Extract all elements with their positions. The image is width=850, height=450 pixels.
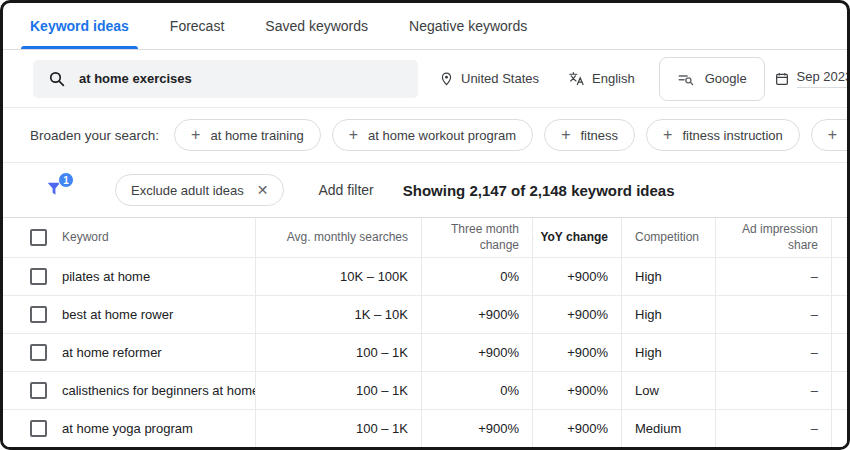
yoy-change-cell: +900% [533, 334, 622, 371]
avg-searches-cell: 100 – 1K [256, 410, 422, 447]
competition-cell: High [622, 334, 716, 371]
extra-cell [832, 410, 850, 447]
column-header-competition[interactable]: Competition [622, 218, 716, 257]
chip-label: at home training [210, 128, 303, 143]
network-selector[interactable]: Google [659, 57, 765, 101]
ad-impression-share-cell: – [716, 334, 832, 371]
tab-saved-keywords[interactable]: Saved keywords [265, 3, 368, 49]
select-all-checkbox[interactable] [30, 229, 47, 246]
plus-icon: + [191, 127, 200, 143]
table-row[interactable]: calisthenics for beginners at home 100 –… [3, 372, 847, 410]
table-row[interactable]: at home reformer 100 – 1K +900% +900% Hi… [3, 334, 847, 372]
three-month-change-cell: +900% [422, 410, 533, 447]
ad-impression-share-cell: – [716, 296, 832, 333]
keyword-cell: calisthenics for beginners at home [49, 372, 256, 409]
remove-filter-icon[interactable]: ✕ [257, 182, 269, 198]
translate-icon [568, 70, 585, 87]
row-checkbox-cell [3, 258, 49, 295]
tab-forecast[interactable]: Forecast [170, 3, 224, 49]
table-header-row: Keyword Avg. monthly searches Three mont… [3, 218, 847, 258]
keyword-planner-window: Keyword ideas Forecast Saved keywords Ne… [0, 0, 850, 450]
results-count-text: Showing 2,147 of 2,148 keyword ideas [403, 182, 675, 199]
avg-searches-cell: 100 – 1K [256, 334, 422, 371]
broaden-chip-fitness-classes[interactable]: + fitness classes [811, 119, 847, 151]
keyword-cell: best at home rower [49, 296, 256, 333]
tab-bar: Keyword ideas Forecast Saved keywords Ne… [3, 3, 847, 50]
tab-negative-keywords[interactable]: Negative keywords [409, 3, 527, 49]
column-header-three-month-change[interactable]: Three month change [422, 218, 533, 257]
row-checkbox-cell [3, 372, 49, 409]
competition-cell: Low [622, 372, 716, 409]
avg-searches-cell: 10K – 100K [256, 258, 422, 295]
ad-impression-share-cell: – [716, 258, 832, 295]
table-row[interactable]: at home yoga program 100 – 1K +900% +900… [3, 410, 847, 448]
plus-icon: + [828, 127, 837, 143]
competition-cell: Medium [622, 410, 716, 447]
avg-searches-cell: 100 – 1K [256, 372, 422, 409]
location-pin-icon [439, 71, 454, 87]
date-range-selector[interactable]: Sep 2023 – Aug [774, 69, 847, 88]
row-checkbox[interactable] [30, 382, 47, 399]
network-label: Google [705, 71, 747, 86]
header-extra-cell [832, 218, 850, 257]
table-row[interactable]: pilates at home 10K – 100K 0% +900% High… [3, 258, 847, 296]
three-month-change-cell: 0% [422, 258, 533, 295]
plus-icon: + [663, 127, 672, 143]
extra-cell [832, 372, 850, 409]
row-checkbox-cell [3, 334, 49, 371]
column-header-ad-impression-share[interactable]: Ad impression share [716, 218, 832, 257]
broaden-chip-at-home-workout-program[interactable]: + at home workout program [332, 119, 533, 151]
ad-impression-share-cell: – [716, 372, 832, 409]
add-filter-button[interactable]: Add filter [318, 182, 373, 198]
ad-impression-share-cell: – [716, 410, 832, 447]
filter-bar: 1 Exclude adult ideas ✕ Add filter Showi… [3, 162, 847, 217]
chip-label: at home workout program [368, 128, 516, 143]
chip-label: fitness [580, 128, 618, 143]
keyword-cell: at home reformer [49, 334, 256, 371]
calendar-icon [774, 71, 790, 87]
tab-keyword-ideas[interactable]: Keyword ideas [30, 3, 129, 49]
extra-cell [832, 296, 850, 333]
broaden-chip-at-home-training[interactable]: + at home training [174, 119, 321, 151]
keyword-search-input[interactable]: at home exercises [33, 60, 418, 98]
plus-icon: + [349, 127, 358, 143]
three-month-change-cell: 0% [422, 372, 533, 409]
filter-funnel-icon[interactable]: 1 [44, 178, 66, 202]
yoy-change-label: YoY change [540, 230, 608, 246]
broaden-chip-fitness-instruction[interactable]: + fitness instruction [646, 119, 800, 151]
table-row[interactable]: best at home rower 1K – 10K +900% +900% … [3, 296, 847, 334]
row-checkbox[interactable] [30, 306, 47, 323]
plus-icon: + [561, 127, 570, 143]
yoy-change-cell: +900% [533, 410, 622, 447]
extra-cell [832, 258, 850, 295]
broaden-chip-fitness[interactable]: + fitness [544, 119, 635, 151]
chip-label: fitness instruction [682, 128, 782, 143]
row-checkbox-cell [3, 410, 49, 447]
location-label: United States [461, 71, 539, 86]
location-selector[interactable]: United States [439, 71, 539, 87]
search-toolbar: at home exercises United States English … [3, 50, 847, 107]
competition-cell: High [622, 296, 716, 333]
keyword-cell: at home yoga program [49, 410, 256, 447]
three-month-change-cell: +900% [422, 334, 533, 371]
header-checkbox-cell [3, 218, 49, 257]
keyword-cell: pilates at home [49, 258, 256, 295]
column-header-keyword[interactable]: Keyword [49, 218, 256, 257]
search-icon [48, 70, 66, 88]
language-selector[interactable]: English [568, 70, 635, 87]
row-checkbox[interactable] [30, 268, 47, 285]
three-month-change-cell: +900% [422, 296, 533, 333]
column-header-yoy-change[interactable]: ↓ YoY change [533, 218, 622, 257]
row-checkbox-cell [3, 296, 49, 333]
yoy-change-cell: +900% [533, 258, 622, 295]
column-header-avg-monthly-searches[interactable]: Avg. monthly searches [256, 218, 422, 257]
sort-descending-icon: ↓ [533, 230, 534, 246]
date-range-label: Sep 2023 – Aug [797, 69, 847, 88]
avg-searches-cell: 1K – 10K [256, 296, 422, 333]
language-label: English [592, 71, 635, 86]
row-checkbox[interactable] [30, 420, 47, 437]
search-network-icon [677, 70, 695, 88]
exclude-adult-ideas-chip[interactable]: Exclude adult ideas ✕ [115, 174, 284, 206]
broaden-label: Broaden your search: [30, 128, 159, 143]
row-checkbox[interactable] [30, 344, 47, 361]
